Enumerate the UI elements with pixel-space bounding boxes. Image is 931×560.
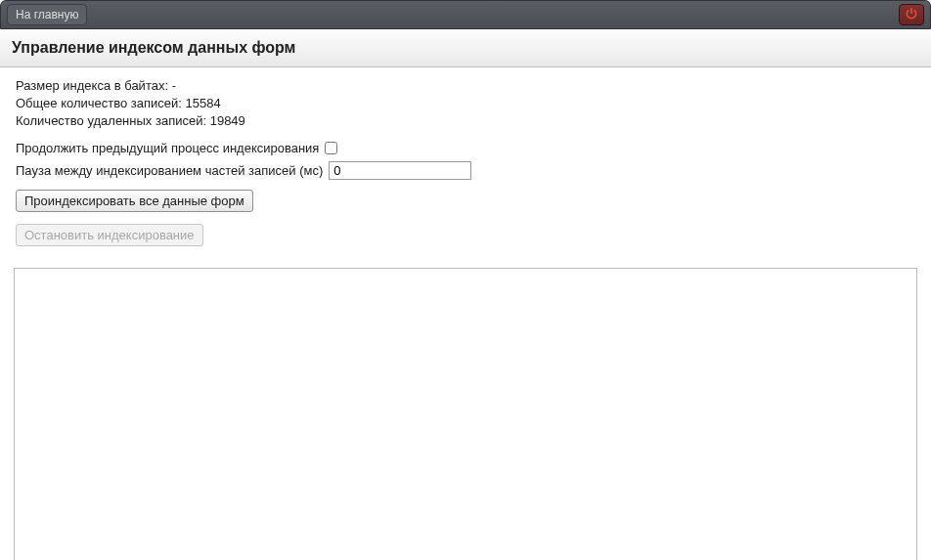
continue-checkbox[interactable] bbox=[325, 142, 337, 154]
stat-label: Размер индекса в байтах: bbox=[16, 78, 168, 93]
continue-label: Продолжить предыдущий процесс индексиров… bbox=[16, 141, 319, 155]
pause-row: Пауза между индексированием частей запис… bbox=[16, 161, 915, 180]
top-bar: На главную bbox=[0, 0, 931, 29]
stat-index-size: Размер индекса в байтах: - bbox=[16, 77, 915, 95]
pause-label: Пауза между индексированием частей запис… bbox=[16, 163, 323, 178]
stats-block: Размер индекса в байтах: - Общее количес… bbox=[16, 77, 915, 131]
page-title: Управление индексом данных форм bbox=[12, 39, 919, 57]
continue-row: Продолжить предыдущий процесс индексиров… bbox=[16, 141, 915, 155]
stat-deleted-records: Количество удаленных записей: 19849 bbox=[16, 112, 915, 130]
home-button[interactable]: На главную bbox=[7, 4, 87, 25]
stat-total-records: Общее количество записей: 15584 bbox=[16, 95, 915, 112]
power-icon bbox=[905, 7, 918, 23]
stat-label: Количество удаленных записей: bbox=[16, 113, 206, 128]
content-area: Размер индекса в байтах: - Общее количес… bbox=[0, 67, 931, 260]
stop-indexing-button: Остановить индексирование bbox=[16, 224, 203, 246]
stat-label: Общее количество записей: bbox=[16, 96, 182, 110]
index-all-button[interactable]: Проиндексировать все данные форм bbox=[16, 190, 253, 212]
pause-input[interactable] bbox=[329, 161, 471, 180]
power-button[interactable] bbox=[899, 4, 924, 25]
log-area[interactable] bbox=[14, 268, 917, 560]
stat-value: 19849 bbox=[210, 113, 245, 128]
stat-value: 15584 bbox=[186, 96, 221, 110]
title-bar: Управление индексом данных форм bbox=[0, 29, 931, 67]
stat-value: - bbox=[172, 78, 176, 93]
